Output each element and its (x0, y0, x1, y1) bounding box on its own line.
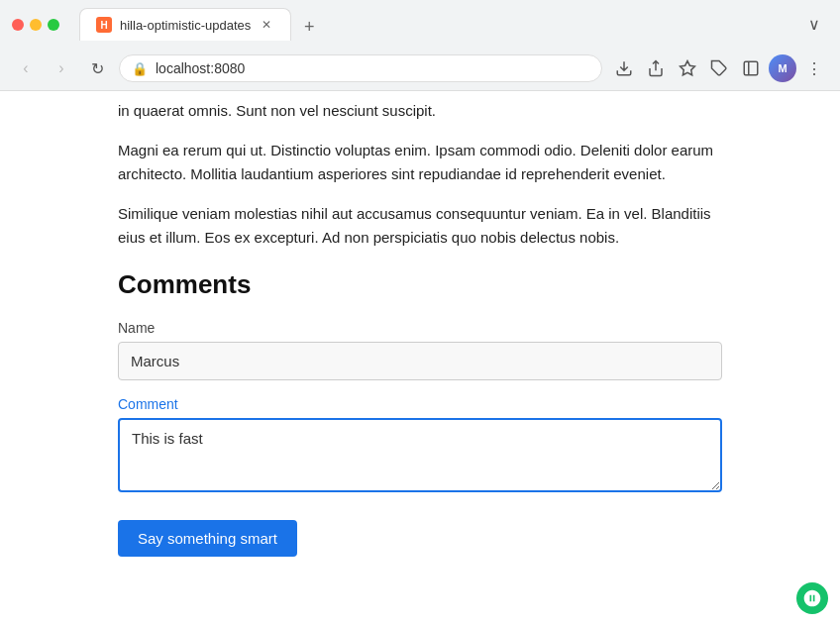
tab-close-button[interactable]: ✕ (259, 17, 274, 33)
maximize-window-button[interactable] (48, 19, 59, 31)
comment-input[interactable]: This is fast (118, 418, 722, 492)
name-input[interactable] (118, 342, 722, 380)
close-window-button[interactable] (12, 19, 24, 31)
tab-bar: H hilla-optimistic-updates ✕ + (67, 8, 335, 41)
lock-icon: 🔒 (132, 61, 148, 76)
svg-rect-2 (744, 61, 758, 75)
menu-button[interactable]: ⋮ (800, 54, 828, 82)
chevron-down-button[interactable]: ∨ (800, 11, 828, 39)
comment-field-group: Comment This is fast (118, 396, 722, 496)
bookmark-icon (679, 59, 696, 77)
comment-label: Comment (118, 396, 722, 412)
download-icon (615, 59, 633, 77)
extensions-button[interactable] (705, 54, 733, 82)
sidebar-button[interactable] (737, 54, 765, 82)
profile-button[interactable]: M (769, 54, 796, 82)
address-bar-row: ‹ › ↻ 🔒 localhost:8080 (0, 49, 840, 90)
name-field-group: Name (118, 320, 722, 380)
svg-marker-0 (681, 61, 695, 75)
submit-button[interactable]: Say something smart (118, 520, 297, 557)
sidebar-icon (742, 59, 760, 77)
refresh-button[interactable]: ↻ (83, 54, 111, 82)
tab-title: hilla-optimistic-updates (120, 18, 251, 33)
share-button[interactable] (642, 54, 670, 82)
back-button[interactable]: ‹ (12, 54, 40, 82)
url-text: localhost:8080 (156, 60, 589, 76)
name-label: Name (118, 320, 722, 336)
toolbar-actions: M ⋮ (610, 54, 828, 82)
minimize-window-button[interactable] (30, 19, 42, 31)
article-text: in quaerat omnis. Sunt non vel nesciunt … (118, 91, 722, 250)
bookmark-button[interactable] (674, 54, 701, 82)
tab-favicon: H (96, 17, 112, 33)
address-bar[interactable]: 🔒 localhost:8080 (119, 54, 602, 82)
grammarly-logo (802, 588, 822, 608)
title-bar: H hilla-optimistic-updates ✕ + ∨ (0, 0, 840, 49)
comments-heading: Comments (118, 269, 722, 300)
grammarly-extension-icon[interactable] (796, 582, 828, 614)
comments-section: Comments Name Comment This is fast Say s… (118, 269, 722, 557)
browser-chrome: H hilla-optimistic-updates ✕ + ∨ ‹ › ↻ 🔒… (0, 0, 840, 91)
share-icon (647, 59, 665, 77)
window-controls (12, 19, 59, 31)
download-button[interactable] (610, 54, 638, 82)
active-tab[interactable]: H hilla-optimistic-updates ✕ (79, 8, 291, 41)
page-content: in quaerat omnis. Sunt non vel nesciunt … (0, 91, 840, 626)
puzzle-icon (710, 59, 728, 77)
forward-button[interactable]: › (48, 54, 75, 82)
article-paragraph-1: in quaerat omnis. Sunt non vel nesciunt … (118, 99, 722, 123)
article-paragraph-2: Magni ea rerum qui ut. Distinctio volupt… (118, 139, 722, 186)
new-tab-button[interactable]: + (295, 13, 323, 41)
article-paragraph-3: Similique veniam molestias nihil aut acc… (118, 202, 722, 250)
